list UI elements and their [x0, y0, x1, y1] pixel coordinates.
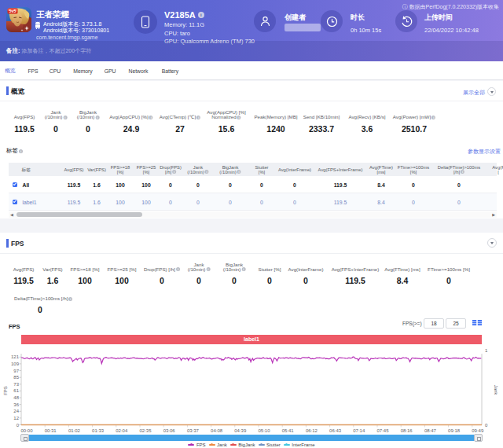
- svg-text:05:10: 05:10: [258, 428, 270, 433]
- svg-text:06:43: 06:43: [329, 428, 342, 433]
- svg-text:109: 109: [11, 362, 20, 366]
- svg-text:01:33: 01:33: [92, 428, 105, 433]
- svg-text:07:45: 07:45: [376, 428, 389, 433]
- svg-text:08:47: 08:47: [424, 428, 437, 433]
- svg-text:01:02: 01:02: [68, 428, 81, 433]
- svg-text:97: 97: [13, 369, 19, 373]
- svg-text:24: 24: [13, 409, 19, 413]
- svg-text:12: 12: [13, 416, 19, 420]
- svg-text:03:37: 03:37: [187, 428, 200, 433]
- svg-text:06:12: 06:12: [306, 428, 318, 433]
- svg-text:121: 121: [11, 354, 20, 359]
- svg-text:FPS: FPS: [3, 386, 8, 395]
- svg-text:36: 36: [13, 402, 19, 407]
- svg-text:08:16: 08:16: [401, 428, 413, 433]
- svg-text:85: 85: [13, 375, 19, 380]
- svg-text:02:35: 02:35: [139, 428, 152, 433]
- svg-text:09:18: 09:18: [448, 428, 461, 433]
- svg-text:00:00: 00:00: [20, 428, 33, 433]
- svg-text:0: 0: [485, 423, 488, 428]
- svg-text:02:04: 02:04: [116, 428, 128, 433]
- svg-text:00:31: 00:31: [45, 428, 57, 433]
- svg-text:1: 1: [485, 348, 488, 353]
- svg-text:73: 73: [13, 382, 19, 387]
- svg-text:48: 48: [13, 395, 19, 400]
- svg-text:Jank: Jank: [494, 385, 498, 396]
- svg-text:04:39: 04:39: [234, 428, 247, 433]
- svg-text:05:41: 05:41: [282, 428, 295, 433]
- svg-text:07:14: 07:14: [353, 428, 365, 433]
- svg-text:09:49: 09:49: [472, 428, 484, 433]
- svg-text:0: 0: [17, 423, 20, 428]
- svg-text:04:08: 04:08: [211, 428, 223, 433]
- svg-text:03:06: 03:06: [163, 428, 176, 433]
- svg-text:61: 61: [13, 388, 19, 393]
